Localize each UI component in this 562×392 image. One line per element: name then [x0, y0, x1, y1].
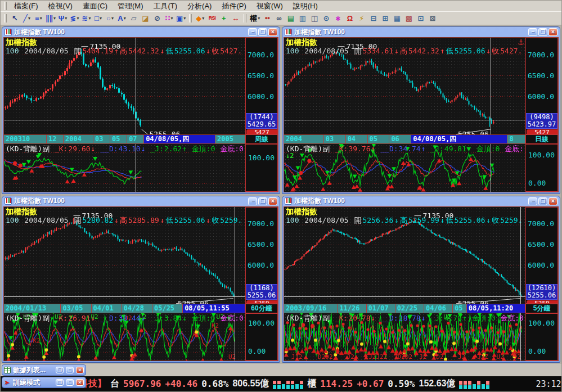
minimized-window-data-list[interactable]: 數據列表... ❐ □ × [2, 364, 86, 376]
maximize-button[interactable]: □ [66, 367, 74, 373]
window-titlebar[interactable]: 加權指數 TW100 – ❐ × [3, 27, 278, 37]
price-canvas[interactable] [4, 38, 245, 134]
minimize-button[interactable]: – [528, 197, 537, 205]
pointer-tool-icon[interactable]: ↖ [9, 12, 21, 24]
open-book-icon[interactable]: ◫ [308, 12, 320, 24]
dropdown-arrow-icon[interactable]: ▾ [40, 16, 42, 21]
kd-canvas[interactable] [284, 144, 525, 192]
ellipse-tool-icon[interactable]: ○▾ [104, 12, 116, 24]
close-button[interactable]: × [548, 197, 557, 205]
price-canvas[interactable] [284, 207, 525, 304]
restore-button[interactable]: ❐ [258, 28, 267, 36]
kd-canvas[interactable] [4, 313, 245, 361]
kd-pane[interactable]: (KD-背離)副 _K:26.91↓ __D:38.44↓ _J:3.84↓ 金… [4, 313, 245, 361]
kd-pane[interactable]: (KD-背離)副 _K:20.78↓ __D:28.78↓ _J:4.78↑ 金… [284, 313, 525, 361]
dropdown-arrow-icon[interactable]: ▾ [65, 16, 67, 21]
data-notebook-icon[interactable]: ▤ [285, 12, 296, 24]
save-template-icon[interactable]: ▣▾ [175, 12, 187, 24]
dropdown-arrow-icon[interactable]: ▾ [100, 16, 102, 21]
alarm-bell-icon[interactable]: Ω [344, 12, 356, 24]
dropdown-arrow-icon[interactable]: ▾ [258, 16, 260, 21]
restore-button[interactable]: ❐ [538, 197, 547, 205]
minimize-button[interactable]: – [528, 28, 537, 36]
eraser-icon[interactable]: ◪ [140, 12, 151, 24]
channel-tool-icon[interactable]: ≶▾ [69, 12, 80, 24]
dropdown-arrow-icon[interactable]: ▾ [171, 16, 173, 21]
horizontal-split-icon[interactable]: ⊟ [367, 12, 379, 24]
menubar-grip[interactable] [4, 2, 7, 10]
toolbar-grip[interactable] [189, 14, 192, 22]
color-palette-icon[interactable]: ∷▾ [163, 12, 175, 24]
dropdown-arrow-icon[interactable]: ▾ [53, 16, 56, 21]
timeframe-label[interactable]: 60分鐘 [245, 304, 278, 313]
chart-style-icon[interactable]: ◆▾ [194, 12, 206, 24]
menu-item-4[interactable]: 工具(T) [149, 1, 183, 12]
layout-chart2-icon[interactable]: ▩ [403, 12, 415, 24]
restore-button[interactable]: ❐ [538, 28, 547, 36]
close-button[interactable]: × [548, 28, 557, 36]
restore-button[interactable]: ❐ [258, 197, 267, 205]
timeframe-label[interactable]: 日線 [525, 134, 558, 144]
restore-button[interactable]: ❐ [56, 367, 64, 373]
toolbar-grip[interactable] [244, 14, 246, 22]
close-button[interactable]: × [76, 367, 84, 373]
toolbar-grip[interactable] [4, 14, 7, 22]
vertical-lines-tool-icon[interactable]: ∥∥▾ [44, 12, 57, 24]
trendline-tool-icon[interactable]: ╱▾ [21, 12, 33, 24]
minimize-button[interactable]: – [248, 197, 257, 205]
window-titlebar[interactable]: 加權指數 TW100 – ❐ × [3, 196, 278, 206]
layout-mixed-icon[interactable]: ⊠ [426, 12, 438, 24]
vertical-split-icon[interactable]: ⊞ [379, 12, 391, 24]
window-titlebar[interactable]: 加權指數 TW100 – ❐ × [284, 196, 559, 206]
restore-button[interactable]: ❐ [56, 379, 64, 386]
timeframe-label[interactable]: 周線 [245, 134, 278, 144]
rights-adjust-icon[interactable]: 權▾ [249, 12, 261, 24]
price-pane[interactable]: 加權指數 100 2004/08/05 開5404.19↑高5442.32↓低5… [4, 38, 245, 134]
parallel-lines-tool-icon[interactable]: ≋▾ [80, 12, 92, 24]
draw-palette-icon[interactable]: ∗ [332, 12, 344, 24]
clear-drawings-icon[interactable]: ⊘ [151, 12, 163, 24]
close-button[interactable]: × [268, 28, 277, 36]
price-canvas[interactable] [284, 38, 525, 134]
close-button[interactable]: × [268, 197, 277, 205]
menu-item-8[interactable]: 說明(H) [288, 1, 323, 12]
notes-copy-icon[interactable]: ▥ [296, 12, 308, 24]
price-pane[interactable]: 加權指數 100 2004/08/05 開5280.82↓高5285.89↓低5… [4, 207, 245, 304]
close-button[interactable]: × [76, 379, 84, 386]
menu-item-7[interactable]: 視窗(W) [251, 1, 288, 12]
polyline-tool-icon[interactable]: ≡▾ [33, 12, 44, 24]
kd-pane[interactable]: (KD-背離)副 _K:39.76↑ __D:34.74↑ _J:49.81↑ … [284, 144, 525, 192]
menu-item-5[interactable]: 分析(A) [182, 1, 217, 12]
menu-item-2[interactable]: 畫面(C) [78, 1, 113, 12]
dropdown-arrow-icon[interactable]: ▾ [111, 16, 114, 21]
kd-canvas[interactable] [4, 144, 245, 192]
layout-chart3-icon[interactable]: ⊡ [415, 12, 426, 24]
dropdown-arrow-icon[interactable]: ▾ [28, 16, 30, 21]
traffic-light-icon[interactable]: ●● [261, 12, 273, 24]
window-titlebar[interactable]: 加權指數 TW100 – ❐ × [284, 27, 559, 37]
plugin-connector-icon[interactable]: ⚡ [356, 12, 367, 24]
timeframe-label[interactable]: 5分鐘 [525, 304, 558, 313]
menu-item-6[interactable]: 插件(P) [217, 1, 251, 12]
dropdown-arrow-icon[interactable]: ▾ [183, 16, 186, 21]
dropdown-arrow-icon[interactable]: ▾ [202, 16, 204, 21]
center-cross-icon[interactable]: + [218, 12, 230, 24]
copy-tool-icon[interactable]: ▱ [128, 12, 140, 24]
menu-item-1[interactable]: 檢視(V) [43, 1, 78, 12]
kd-pane[interactable]: (KD-背離)副 _K:29.60↓ __D:43.10↓ _J:2.62↑ 金… [4, 144, 245, 192]
dropdown-arrow-icon[interactable]: ▾ [88, 16, 91, 21]
dropdown-arrow-icon[interactable]: ▾ [124, 16, 126, 21]
fan-lines-tool-icon[interactable]: Ψ▾ [57, 12, 69, 24]
price-pane[interactable]: 加權指數 100 2004/08/05 開5256.36↓高5259.99↓低5… [284, 207, 525, 304]
binoculars-icon[interactable]: ∞ [273, 12, 285, 24]
kd-canvas[interactable] [284, 313, 525, 361]
price-pane[interactable]: 加權指數 100 2004/08/05 開5334.61↓高5442.32↑低5… [284, 38, 525, 134]
menu-item-3[interactable]: 管理(M) [113, 1, 149, 12]
minimize-button[interactable]: – [248, 28, 257, 36]
menu-item-0[interactable]: 檔案(F) [9, 1, 43, 12]
price-canvas[interactable] [4, 207, 245, 304]
horizontal-scale-icon[interactable]: ↔ [230, 12, 241, 24]
rectangle-tool-icon[interactable]: □▾ [92, 12, 104, 24]
minimized-window-training-mode[interactable]: ➤ 訓練模式 ❐ □ × [2, 377, 86, 388]
maximize-button[interactable]: □ [66, 379, 74, 386]
